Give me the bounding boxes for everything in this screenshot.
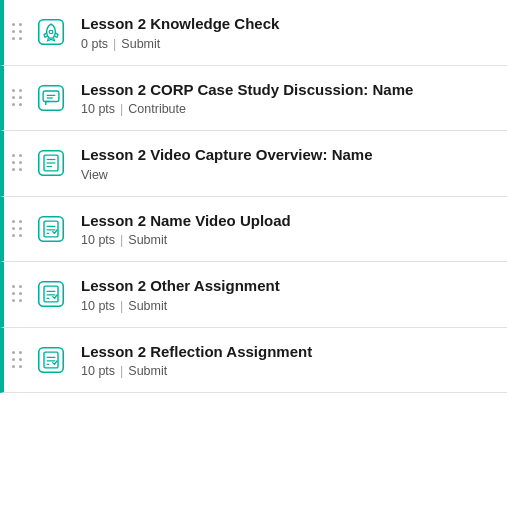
item-title[interactable]: Lesson 2 Video Capture Overview: Name <box>81 145 495 165</box>
list-item: Lesson 2 Knowledge Check 0 pts|Submit <box>0 0 507 66</box>
meta-separator: | <box>120 102 123 116</box>
meta-separator: | <box>120 364 123 378</box>
item-meta: 10 pts|Submit <box>81 299 495 313</box>
item-title[interactable]: Lesson 2 Other Assignment <box>81 276 495 296</box>
item-meta: 10 pts|Contribute <box>81 102 495 116</box>
assignment-icon <box>33 211 69 247</box>
meta-separator: | <box>120 299 123 313</box>
lesson-list: Lesson 2 Knowledge Check 0 pts|Submit Le… <box>0 0 507 393</box>
item-content: Lesson 2 CORP Case Study Discussion: Nam… <box>81 80 495 117</box>
list-item: Lesson 2 Reflection Assignment 10 pts|Su… <box>0 328 507 394</box>
item-pts: 10 pts <box>81 299 115 313</box>
drag-handle[interactable] <box>12 89 23 107</box>
svg-rect-16 <box>44 286 58 302</box>
item-content: Lesson 2 Knowledge Check 0 pts|Submit <box>81 14 495 51</box>
drag-handle[interactable] <box>12 23 23 41</box>
list-item: Lesson 2 Name Video Upload 10 pts|Submit <box>0 197 507 263</box>
list-item: Lesson 2 Video Capture Overview: Name Vi… <box>0 131 507 197</box>
item-meta: 0 pts|Submit <box>81 37 495 51</box>
item-action[interactable]: Contribute <box>128 102 186 116</box>
item-meta: View <box>81 168 495 182</box>
list-item: Lesson 2 Other Assignment 10 pts|Submit <box>0 262 507 328</box>
item-title[interactable]: Lesson 2 Name Video Upload <box>81 211 495 231</box>
svg-rect-19 <box>39 348 64 373</box>
item-title[interactable]: Lesson 2 Knowledge Check <box>81 14 495 34</box>
item-action[interactable]: Submit <box>128 364 167 378</box>
item-pts: 0 pts <box>81 37 108 51</box>
svg-rect-3 <box>43 91 59 102</box>
svg-rect-12 <box>44 221 58 237</box>
drag-handle[interactable] <box>12 351 23 369</box>
item-action[interactable]: Submit <box>128 299 167 313</box>
rocket-icon <box>33 14 69 50</box>
page-icon <box>33 145 69 181</box>
item-meta: 10 pts|Submit <box>81 233 495 247</box>
discussion-icon <box>33 80 69 116</box>
item-pts: 10 pts <box>81 364 115 378</box>
item-action[interactable]: View <box>81 168 108 182</box>
item-pts: 10 pts <box>81 102 115 116</box>
svg-rect-15 <box>39 282 64 307</box>
assignment-icon <box>33 276 69 312</box>
item-title[interactable]: Lesson 2 Reflection Assignment <box>81 342 495 362</box>
drag-handle[interactable] <box>12 154 23 172</box>
item-content: Lesson 2 Name Video Upload 10 pts|Submit <box>81 211 495 248</box>
assignment-icon <box>33 342 69 378</box>
item-action[interactable]: Submit <box>121 37 160 51</box>
item-title[interactable]: Lesson 2 CORP Case Study Discussion: Nam… <box>81 80 495 100</box>
drag-handle[interactable] <box>12 220 23 238</box>
item-pts: 10 pts <box>81 233 115 247</box>
list-item: Lesson 2 CORP Case Study Discussion: Nam… <box>0 66 507 132</box>
item-action[interactable]: Submit <box>128 233 167 247</box>
svg-rect-20 <box>44 352 58 368</box>
item-meta: 10 pts|Submit <box>81 364 495 378</box>
drag-handle[interactable] <box>12 285 23 303</box>
meta-separator: | <box>113 37 116 51</box>
item-content: Lesson 2 Video Capture Overview: Name Vi… <box>81 145 495 182</box>
item-content: Lesson 2 Other Assignment 10 pts|Submit <box>81 276 495 313</box>
item-content: Lesson 2 Reflection Assignment 10 pts|Su… <box>81 342 495 379</box>
svg-point-1 <box>49 31 53 35</box>
meta-separator: | <box>120 233 123 247</box>
